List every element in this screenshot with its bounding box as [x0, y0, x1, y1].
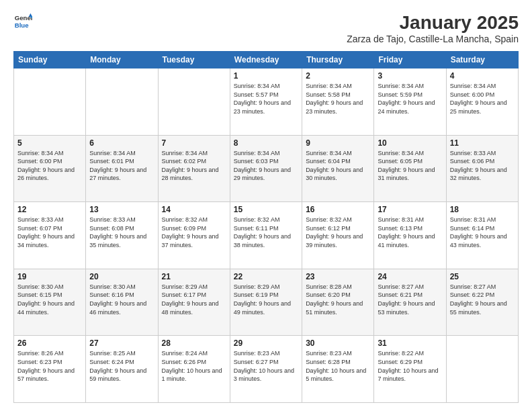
header-monday: Monday [86, 52, 158, 68]
day-info: Sunrise: 8:22 AM Sunset: 6:29 PM Dayligh… [378, 349, 442, 383]
day-number: 22 [234, 272, 298, 281]
day-number: 25 [450, 272, 515, 281]
day-info: Sunrise: 8:25 AM Sunset: 6:24 PM Dayligh… [89, 349, 154, 383]
day-info: Sunrise: 8:34 AM Sunset: 6:03 PM Dayligh… [234, 149, 298, 183]
page: General Blue January 2025 Zarza de Tajo,… [0, 0, 532, 411]
day-info: Sunrise: 8:34 AM Sunset: 5:59 PM Dayligh… [378, 82, 442, 116]
calendar-table: Sunday Monday Tuesday Wednesday Thursday… [13, 51, 519, 403]
day-info: Sunrise: 8:34 AM Sunset: 6:00 PM Dayligh… [450, 82, 515, 116]
day-number: 31 [378, 338, 442, 348]
header-tuesday: Tuesday [158, 52, 230, 68]
day-number: 21 [162, 272, 226, 281]
calendar-cell-w2-d6: 18Sunrise: 8:31 AM Sunset: 6:14 PM Dayli… [446, 202, 518, 269]
weekday-header-row: Sunday Monday Tuesday Wednesday Thursday… [14, 52, 519, 68]
day-info: Sunrise: 8:34 AM Sunset: 6:04 PM Dayligh… [306, 149, 370, 183]
calendar-cell-w0-d3: 1Sunrise: 8:34 AM Sunset: 5:57 PM Daylig… [230, 68, 302, 136]
day-number: 14 [162, 205, 226, 214]
calendar-cell-w4-d0: 26Sunrise: 8:26 AM Sunset: 6:23 PM Dayli… [14, 336, 86, 403]
day-number: 7 [162, 138, 226, 148]
day-info: Sunrise: 8:34 AM Sunset: 5:57 PM Dayligh… [234, 82, 298, 116]
day-number: 29 [234, 338, 298, 348]
calendar-cell-w1-d4: 9Sunrise: 8:34 AM Sunset: 6:04 PM Daylig… [302, 135, 374, 202]
calendar-cell-w1-d3: 8Sunrise: 8:34 AM Sunset: 6:03 PM Daylig… [230, 135, 302, 202]
day-info: Sunrise: 8:34 AM Sunset: 5:58 PM Dayligh… [306, 82, 370, 116]
calendar-cell-w1-d2: 7Sunrise: 8:34 AM Sunset: 6:02 PM Daylig… [158, 135, 230, 202]
calendar-cell-w0-d1 [86, 68, 158, 136]
day-number: 19 [17, 272, 82, 281]
header-wednesday: Wednesday [230, 52, 302, 68]
day-number: 11 [450, 138, 515, 148]
day-info: Sunrise: 8:32 AM Sunset: 6:09 PM Dayligh… [162, 216, 226, 249]
title-block: January 2025 Zarza de Tajo, Castille-La … [347, 12, 519, 44]
header: General Blue January 2025 Zarza de Tajo,… [13, 12, 519, 44]
calendar-cell-w3-d6: 25Sunrise: 8:27 AM Sunset: 6:22 PM Dayli… [446, 269, 518, 336]
day-info: Sunrise: 8:26 AM Sunset: 6:23 PM Dayligh… [17, 349, 82, 383]
header-sunday: Sunday [14, 52, 86, 68]
week-row-4: 26Sunrise: 8:26 AM Sunset: 6:23 PM Dayli… [14, 336, 519, 403]
calendar-cell-w3-d4: 23Sunrise: 8:28 AM Sunset: 6:20 PM Dayli… [302, 269, 374, 336]
day-info: Sunrise: 8:30 AM Sunset: 6:15 PM Dayligh… [17, 283, 82, 316]
day-number: 28 [162, 338, 226, 348]
day-info: Sunrise: 8:27 AM Sunset: 6:21 PM Dayligh… [378, 283, 442, 316]
subtitle: Zarza de Tajo, Castille-La Mancha, Spain [347, 34, 519, 44]
day-number: 15 [234, 205, 298, 214]
day-info: Sunrise: 8:24 AM Sunset: 6:26 PM Dayligh… [162, 349, 226, 383]
day-info: Sunrise: 8:28 AM Sunset: 6:20 PM Dayligh… [306, 283, 370, 316]
day-info: Sunrise: 8:32 AM Sunset: 6:11 PM Dayligh… [234, 216, 298, 249]
calendar-cell-w3-d5: 24Sunrise: 8:27 AM Sunset: 6:21 PM Dayli… [374, 269, 446, 336]
week-row-1: 5Sunrise: 8:34 AM Sunset: 6:00 PM Daylig… [14, 135, 519, 202]
day-number: 9 [306, 138, 370, 148]
day-number: 8 [234, 138, 298, 148]
header-saturday: Saturday [446, 52, 518, 68]
calendar-cell-w3-d1: 20Sunrise: 8:30 AM Sunset: 6:16 PM Dayli… [86, 269, 158, 336]
day-info: Sunrise: 8:31 AM Sunset: 6:14 PM Dayligh… [450, 216, 515, 249]
calendar-cell-w3-d3: 22Sunrise: 8:29 AM Sunset: 6:19 PM Dayli… [230, 269, 302, 336]
day-number: 16 [306, 205, 370, 214]
calendar-cell-w4-d3: 29Sunrise: 8:23 AM Sunset: 6:27 PM Dayli… [230, 336, 302, 403]
day-number: 4 [450, 71, 515, 81]
day-info: Sunrise: 8:23 AM Sunset: 6:28 PM Dayligh… [306, 349, 370, 383]
day-number: 17 [378, 205, 442, 214]
calendar-cell-w4-d1: 27Sunrise: 8:25 AM Sunset: 6:24 PM Dayli… [86, 336, 158, 403]
header-friday: Friday [374, 52, 446, 68]
day-info: Sunrise: 8:27 AM Sunset: 6:22 PM Dayligh… [450, 283, 515, 316]
week-row-3: 19Sunrise: 8:30 AM Sunset: 6:15 PM Dayli… [14, 269, 519, 336]
day-info: Sunrise: 8:29 AM Sunset: 6:19 PM Dayligh… [234, 283, 298, 316]
calendar-cell-w2-d0: 12Sunrise: 8:33 AM Sunset: 6:07 PM Dayli… [14, 202, 86, 269]
calendar-cell-w2-d2: 14Sunrise: 8:32 AM Sunset: 6:09 PM Dayli… [158, 202, 230, 269]
day-info: Sunrise: 8:30 AM Sunset: 6:16 PM Dayligh… [89, 283, 154, 316]
logo: General Blue [13, 12, 32, 31]
week-row-0: 1Sunrise: 8:34 AM Sunset: 5:57 PM Daylig… [14, 68, 519, 136]
day-number: 20 [89, 272, 154, 281]
svg-text:Blue: Blue [15, 21, 29, 29]
day-info: Sunrise: 8:33 AM Sunset: 6:07 PM Dayligh… [17, 216, 82, 249]
calendar-cell-w4-d2: 28Sunrise: 8:24 AM Sunset: 6:26 PM Dayli… [158, 336, 230, 403]
calendar-cell-w3-d2: 21Sunrise: 8:29 AM Sunset: 6:17 PM Dayli… [158, 269, 230, 336]
calendar-cell-w4-d4: 30Sunrise: 8:23 AM Sunset: 6:28 PM Dayli… [302, 336, 374, 403]
day-info: Sunrise: 8:34 AM Sunset: 6:00 PM Dayligh… [17, 149, 82, 183]
calendar-cell-w1-d6: 11Sunrise: 8:33 AM Sunset: 6:06 PM Dayli… [446, 135, 518, 202]
day-number: 24 [378, 272, 442, 281]
main-title: January 2025 [347, 12, 519, 34]
calendar-cell-w0-d2 [158, 68, 230, 136]
day-number: 12 [17, 205, 82, 214]
day-number: 18 [450, 205, 515, 214]
day-number: 23 [306, 272, 370, 281]
day-number: 26 [17, 338, 82, 348]
day-number: 6 [89, 138, 154, 148]
day-number: 10 [378, 138, 442, 148]
day-number: 1 [234, 71, 298, 81]
day-info: Sunrise: 8:33 AM Sunset: 6:06 PM Dayligh… [450, 149, 515, 183]
calendar-cell-w0-d4: 2Sunrise: 8:34 AM Sunset: 5:58 PM Daylig… [302, 68, 374, 136]
day-number: 5 [17, 138, 82, 148]
calendar-cell-w2-d1: 13Sunrise: 8:33 AM Sunset: 6:08 PM Dayli… [86, 202, 158, 269]
calendar-cell-w0-d5: 3Sunrise: 8:34 AM Sunset: 5:59 PM Daylig… [374, 68, 446, 136]
calendar-cell-w4-d6 [446, 336, 518, 403]
day-number: 13 [89, 205, 154, 214]
calendar-cell-w4-d5: 31Sunrise: 8:22 AM Sunset: 6:29 PM Dayli… [374, 336, 446, 403]
calendar-cell-w0-d0 [14, 68, 86, 136]
week-row-2: 12Sunrise: 8:33 AM Sunset: 6:07 PM Dayli… [14, 202, 519, 269]
calendar-cell-w0-d6: 4Sunrise: 8:34 AM Sunset: 6:00 PM Daylig… [446, 68, 518, 136]
day-number: 2 [306, 71, 370, 81]
calendar-cell-w2-d3: 15Sunrise: 8:32 AM Sunset: 6:11 PM Dayli… [230, 202, 302, 269]
